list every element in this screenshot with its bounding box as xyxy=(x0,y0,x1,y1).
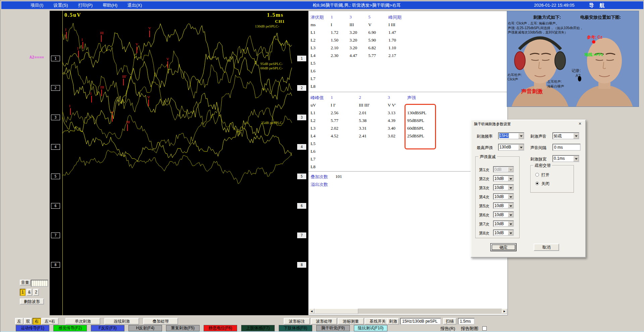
table-cell: 4.47 xyxy=(350,53,357,58)
volume-meter[interactable] xyxy=(31,280,48,287)
waveform-panel[interactable]: 0.5uV 1.5ms CH1 130dB peSPLC-95dB peSPLC… xyxy=(50,11,308,315)
trace-box-right-7[interactable]: 7 xyxy=(297,233,306,238)
chevron-down-icon[interactable] xyxy=(508,194,513,199)
trace-button-1[interactable]: 1 xyxy=(20,289,25,296)
cancel-button[interactable]: 取消 xyxy=(534,244,559,251)
trace-box-right-4[interactable]: 4 xyxy=(297,144,306,150)
menu-item-3[interactable]: 帮助(H) xyxy=(98,1,122,9)
mode-button-连续刺激[interactable]: 连续刺激 xyxy=(104,318,139,325)
trace-box-left-2[interactable]: 2 xyxy=(51,85,60,91)
table-cell: 4.52 xyxy=(331,133,338,139)
tool-button-波形处理[interactable]: 波形处理 xyxy=(311,318,337,325)
menu-item-0[interactable]: 项目(I) xyxy=(25,1,48,9)
chevron-down-icon[interactable] xyxy=(508,212,513,217)
nav-button[interactable]: 导 航 xyxy=(589,1,606,9)
report-button[interactable]: 报告(R) xyxy=(440,326,455,332)
ok-button[interactable]: 确定 xyxy=(491,244,516,251)
stimulus-rate-select[interactable]: 15Hz xyxy=(498,132,524,139)
chevron-down-icon[interactable] xyxy=(573,156,579,161)
attenuation-select-8[interactable]: 10dB xyxy=(493,229,514,236)
close-icon[interactable]: ✕ xyxy=(577,121,583,126)
scrollbar-thumb[interactable] xyxy=(315,309,358,314)
tool-button-刺激[interactable]: 刺激 xyxy=(387,318,399,325)
chevron-down-icon[interactable] xyxy=(508,176,513,181)
function-button-f9[interactable]: 脑干听觉(F9) xyxy=(316,325,350,331)
sweep-button[interactable]: 扫描 xyxy=(443,318,457,325)
peak-marker-label: III xyxy=(100,31,104,35)
mode-button-左+右[interactable]: 左+右 xyxy=(41,318,59,325)
attenuation-select-2[interactable]: 10dB xyxy=(493,175,514,182)
chevron-down-icon[interactable] xyxy=(508,185,513,190)
chevron-down-icon[interactable] xyxy=(508,203,513,208)
trace-box-left-5[interactable]: 5 xyxy=(51,174,60,179)
trace-box-right-3[interactable]: 3 xyxy=(297,115,306,120)
function-button-f5[interactable]: 重复刺激(F5) xyxy=(166,325,200,331)
peak-marker-tick xyxy=(149,30,150,37)
horizontal-scrollbar[interactable]: ◄ ► xyxy=(309,309,507,314)
chevron-down-icon[interactable] xyxy=(518,133,524,139)
trace-box-right-8[interactable]: 8 xyxy=(297,262,306,268)
voltage-scale-label: 0.5uV xyxy=(64,12,81,18)
tool-button-游标测量[interactable]: 游标测量 xyxy=(338,318,364,325)
function-button-f2[interactable]: 感觉传导(F2) xyxy=(53,325,87,331)
function-button-f3[interactable]: F反应(F3) xyxy=(91,325,124,331)
scroll-left-arrow-icon[interactable]: ◄ xyxy=(309,309,314,314)
sound-interval-input[interactable]: 0 ms xyxy=(552,144,581,151)
chevron-down-icon[interactable] xyxy=(518,144,524,150)
trace-box-right-5[interactable]: 5 xyxy=(297,174,306,179)
trace-box-right-2[interactable]: 2 xyxy=(297,85,306,91)
delete-waveform-button[interactable]: 删除波形 xyxy=(20,298,44,305)
function-button-f7[interactable]: 上肢体感(F7) xyxy=(241,325,275,331)
menu-item-4[interactable]: 退出(X) xyxy=(122,1,147,9)
function-button-f1[interactable]: 运动传导(F1) xyxy=(16,325,49,331)
trace-button-&[interactable]: & xyxy=(26,289,32,296)
table-cell: 4.39 xyxy=(388,118,395,123)
mode-button-叠加处理[interactable]: 叠加处理 xyxy=(143,318,178,325)
trace-box-left-6[interactable]: 6 xyxy=(51,203,60,209)
mode-button-双[interactable]: 双 xyxy=(24,318,32,325)
attenuation-select-7[interactable]: 10dB xyxy=(493,220,514,227)
trace-box-left-1[interactable]: 1 xyxy=(51,56,60,61)
pulse-width-select[interactable]: 0.1ms xyxy=(552,155,579,162)
chevron-down-icon[interactable] xyxy=(508,221,513,226)
function-button-f8[interactable]: 下肢体感(F8) xyxy=(279,325,312,331)
table-cell: 3.31 xyxy=(359,126,367,131)
chevron-down-icon[interactable] xyxy=(573,133,579,139)
mode-button-右[interactable]: 右 xyxy=(33,318,41,325)
attenuation-select-5[interactable]: 10dB xyxy=(493,202,514,209)
column-header: 2 xyxy=(359,95,361,100)
dialog-title-bar[interactable]: 脑干听阈刺激参数设置 ✕ xyxy=(471,120,585,128)
function-button-f6[interactable]: 静息电位(F6) xyxy=(204,325,237,331)
sweep-time-field[interactable]: 1.5ms xyxy=(458,318,475,325)
report-attach-label: 报告附图 xyxy=(461,326,478,332)
scroll-right-arrow-icon[interactable]: ► xyxy=(502,309,507,314)
trace-box-left-3[interactable]: 3 xyxy=(51,115,60,120)
menu-item-2[interactable]: 打印(P) xyxy=(73,1,98,9)
trace-button-2[interactable]: 2 xyxy=(33,289,39,296)
report-attach-checkbox[interactable] xyxy=(482,326,487,331)
stimulus-sound-select[interactable]: 矩疏 xyxy=(552,132,579,139)
peak-marker-tick xyxy=(83,42,83,49)
function-button-f4[interactable]: H反射(F4) xyxy=(128,325,162,331)
mode-button-左[interactable]: 左 xyxy=(15,318,23,325)
trace-box-left-4[interactable]: 4 xyxy=(51,144,60,150)
chevron-down-icon[interactable] xyxy=(508,230,513,235)
waveform-trace-8 xyxy=(62,150,292,184)
max-intensity-select[interactable]: 130dB xyxy=(498,144,524,151)
volume-button[interactable]: 音量 xyxy=(20,280,31,285)
attenuation-select-6[interactable]: 10dB xyxy=(493,211,514,218)
attenuation-select-4[interactable]: 10dB xyxy=(493,193,514,200)
tool-button-波形标注[interactable]: 波形标注 xyxy=(284,318,310,325)
attenuation-select-3[interactable]: 10dB xyxy=(493,184,514,191)
function-button-f10[interactable]: 阻抗测试(F10) xyxy=(354,325,387,331)
trace-box-right-1[interactable]: 1 xyxy=(297,56,306,61)
stimulus-setting-field[interactable]: 15Hz/130dB peSPL xyxy=(400,318,441,325)
table-cell: 1.47 xyxy=(388,30,396,35)
menu-item-1[interactable]: 设置(S) xyxy=(48,1,73,9)
trace-box-right-6[interactable]: 6 xyxy=(297,203,306,209)
mode-button-单次刺激[interactable]: 单次刺激 xyxy=(65,318,100,325)
trace-box-left-8[interactable]: 8 xyxy=(51,262,60,268)
alternate-radio-打开[interactable] xyxy=(535,173,539,177)
alternate-radio-关闭[interactable] xyxy=(535,182,539,185)
trace-box-left-7[interactable]: 7 xyxy=(51,233,60,238)
